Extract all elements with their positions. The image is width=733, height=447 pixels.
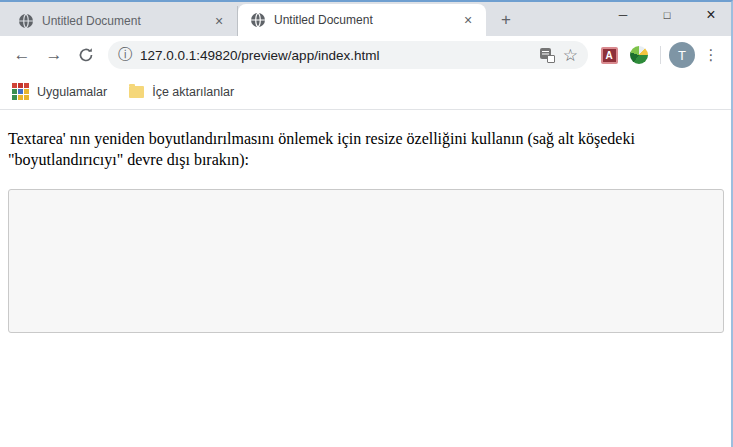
page-textarea[interactable] (8, 189, 724, 333)
tab-title: Untitled Document (42, 14, 203, 28)
apps-grid-icon (12, 83, 29, 100)
new-tab-button[interactable]: + (492, 6, 520, 34)
bookmark-apps[interactable]: Uygulamalar (12, 83, 107, 100)
bookmarks-bar: Uygulamalar İçe aktarılanlar (0, 74, 731, 110)
adobe-acrobat-icon: A (601, 47, 618, 64)
globe-icon (18, 13, 34, 29)
tab-untitled-1[interactable]: Untitled Document × (6, 6, 238, 36)
tab-untitled-2[interactable]: Untitled Document × (238, 4, 486, 36)
close-button[interactable]: × (689, 0, 733, 30)
profile-avatar[interactable]: T (669, 42, 695, 68)
globe-icon (250, 12, 266, 28)
url-text[interactable]: 127.0.0.1:49820/preview/app/index.html (140, 48, 532, 63)
tab-close-icon[interactable]: × (460, 12, 476, 28)
reload-button[interactable] (72, 41, 100, 69)
tab-close-icon[interactable]: × (211, 13, 227, 29)
back-button[interactable]: ← (8, 41, 36, 69)
browser-window: Untitled Document × Untitled Document × … (0, 0, 733, 447)
bookmark-imported-folder[interactable]: İçe aktarılanlar (129, 85, 234, 99)
folder-icon (129, 86, 144, 98)
bookmark-label: Uygulamalar (37, 85, 107, 99)
minimize-button[interactable]: ─ (601, 0, 645, 30)
forward-button[interactable]: → (40, 41, 68, 69)
tab-title: Untitled Document (274, 13, 452, 27)
translate-icon[interactable] (540, 48, 555, 63)
bookmark-label: İçe aktarılanlar (152, 85, 234, 99)
window-controls: ─ □ × (601, 0, 733, 30)
address-bar[interactable]: ⓘ 127.0.0.1:49820/preview/app/index.html… (108, 41, 588, 69)
chrome-menu-button[interactable]: ⋮ (699, 46, 723, 64)
adobe-acrobat-extension-button[interactable]: A (596, 42, 622, 68)
page-paragraph: Textarea' nın yeniden boyutlandırılmasın… (8, 128, 708, 170)
browser-toolbar: ← → ⓘ 127.0.0.1:49820/preview/app/index.… (0, 36, 731, 74)
maximize-button[interactable]: □ (645, 0, 689, 30)
idm-globe-icon (630, 46, 648, 64)
reload-icon (78, 47, 94, 63)
page-info-icon[interactable]: ⓘ (118, 46, 132, 64)
tab-strip: Untitled Document × Untitled Document × … (0, 2, 731, 36)
bookmark-star-icon[interactable]: ☆ (563, 47, 578, 64)
toolbar-divider (660, 46, 661, 64)
idm-extension-button[interactable] (626, 42, 652, 68)
page-content: Textarea' nın yeniden boyutlandırılmasın… (0, 110, 731, 333)
